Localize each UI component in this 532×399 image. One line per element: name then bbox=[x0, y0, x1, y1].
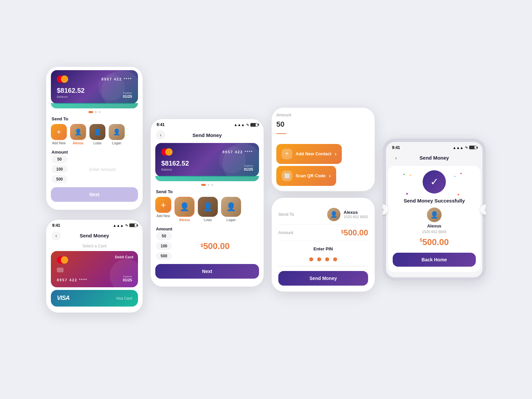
amount-currency-2: $ bbox=[200, 242, 203, 248]
confirm-amount-value: 500.00 bbox=[344, 228, 368, 237]
pin-dot-1 bbox=[309, 257, 313, 261]
back-button-2[interactable]: ‹ bbox=[156, 130, 165, 140]
send-money-button[interactable]: Send Money bbox=[278, 271, 368, 286]
debit-card-type: Debit Card bbox=[115, 255, 133, 259]
pin-line bbox=[278, 266, 368, 266]
next-button[interactable]: Next bbox=[51, 187, 138, 202]
debit-card: Debit Card 8957 422 **** Expires 01/25 bbox=[51, 251, 138, 287]
nav-header-5: ‹ Send Money bbox=[386, 151, 482, 166]
logan-avatar: 👤 bbox=[109, 124, 125, 140]
visa-card: VISA Visa Card bbox=[51, 290, 138, 307]
select-card-label: Select a Card bbox=[46, 244, 143, 251]
amount-section-2: 50 100 500 $500.00 bbox=[151, 231, 264, 261]
visa-card-type: Visa Card bbox=[116, 296, 132, 300]
status-icons-2: ▲▲▲ ∿ bbox=[234, 123, 258, 127]
debit-mc-logo bbox=[57, 256, 69, 264]
contact-alexus-2[interactable]: 👤 Alexus bbox=[175, 197, 195, 222]
signal-icon-2: ▲▲▲ bbox=[234, 123, 245, 127]
pill-50[interactable]: 50 bbox=[52, 155, 67, 163]
wifi-icon-4: ∿ bbox=[125, 223, 128, 227]
amount-label: Amount bbox=[46, 148, 143, 155]
amount-input-area[interactable]: Enter Amount bbox=[67, 166, 137, 172]
success-phone: 1525 652 6655 bbox=[422, 230, 446, 234]
signal-icon-5: ▲▲▲ bbox=[453, 146, 464, 150]
confirm-amount-row: Amount $500.00 bbox=[278, 225, 368, 241]
card-chip bbox=[57, 268, 64, 272]
success-amount-value: 500.00 bbox=[422, 237, 449, 247]
card-balance: $8162.52 bbox=[57, 87, 84, 94]
success-currency: $ bbox=[420, 237, 422, 243]
nav-header-4: ‹ Send Money bbox=[46, 229, 143, 244]
visa-logo: VISA bbox=[57, 295, 69, 302]
add-contact-label: Add New Contact bbox=[296, 151, 332, 156]
pill-100-2[interactable]: 100 bbox=[156, 242, 172, 250]
debit-card-expires: Expires 01/25 bbox=[123, 275, 132, 282]
card-balance-label-2: Balance bbox=[161, 168, 189, 171]
back-button-5[interactable]: ‹ bbox=[391, 153, 401, 163]
contact-logan-2[interactable]: 👤 Logan bbox=[221, 197, 241, 222]
add-new-avatar-2: + bbox=[155, 197, 171, 213]
contact-lutas[interactable]: 👤 Lutas bbox=[89, 124, 105, 145]
confetti-6: ◆ bbox=[458, 193, 459, 196]
send-to-label: Send To bbox=[46, 114, 143, 121]
amount-label-2: Amount bbox=[151, 224, 264, 231]
confirm-recipient: 👤 Alexus 1525 652 6655 bbox=[327, 208, 368, 221]
add-new-avatar: + bbox=[51, 124, 67, 140]
debit-card-number: 8957 422 **** bbox=[57, 278, 87, 282]
nav-title-4: Send Money bbox=[80, 233, 109, 238]
card-dots-2 bbox=[151, 181, 264, 187]
confirm-recipient-info: Alexus 1525 652 6655 bbox=[344, 210, 368, 219]
confirm-send-to-label: Send To bbox=[278, 212, 294, 217]
contacts-row: + Add New 👤 Alexus 👤 Lutas bbox=[46, 121, 143, 148]
amount-display-2[interactable]: $500.00 bbox=[172, 241, 258, 251]
pill-500-2[interactable]: 500 bbox=[156, 252, 172, 260]
back-home-button[interactable]: Back Home bbox=[393, 253, 476, 267]
next-button-2[interactable]: Next bbox=[155, 264, 259, 279]
contacts-row-2: + Add New 👤 Alexus 👤 Lutas bbox=[151, 194, 264, 224]
confirm-amount-display: $500.00 bbox=[341, 228, 368, 237]
confetti-5: ◆ bbox=[406, 192, 408, 195]
phone-3-confirm: Send To 👤 Alexus 1525 652 6655 Amount bbox=[272, 198, 375, 292]
phone-5: ‹ › 9:41 ▲▲▲ ∿ ‹ Send Money ✦ ✦ ✦ bbox=[383, 139, 486, 281]
signal-icon-4: ▲▲▲ bbox=[113, 223, 124, 227]
logan-avatar-2: 👤 bbox=[221, 197, 241, 217]
credit-card-2: 8957 422 **** $8162.52 Balance Expires 0… bbox=[155, 143, 259, 177]
card-number: 8957 422 **** bbox=[101, 77, 132, 81]
confirm-currency: $ bbox=[341, 229, 344, 234]
status-bar-4: 9:41 ▲▲▲ ∿ bbox=[46, 220, 143, 229]
amount-placeholder: Enter Amount bbox=[89, 167, 116, 172]
confetti-2: ✦ bbox=[409, 174, 412, 177]
lutas-avatar: 👤 bbox=[89, 124, 105, 140]
send-to-label-2: Send To bbox=[151, 187, 264, 194]
pin-section: Enter PIN Send Money bbox=[272, 244, 375, 288]
add-contact-arrow: › bbox=[335, 151, 336, 157]
add-new-label-2: Add New bbox=[157, 214, 170, 218]
scan-qr-label: Scan QR Code bbox=[296, 173, 326, 178]
success-name: Alexus bbox=[427, 223, 442, 228]
confirm-amount-label: Amount bbox=[278, 230, 293, 235]
credit-card-1: 8957 422 **** $8162.52 Balance Expires 0… bbox=[51, 70, 138, 104]
card-expires: Expires 01/25 bbox=[123, 91, 132, 98]
pill-100[interactable]: 100 bbox=[52, 165, 67, 173]
wifi-icon-5: ∿ bbox=[465, 145, 468, 150]
confetti-area: ✦ ✦ ✦ ✦ ◆ ◆ ✓ bbox=[393, 171, 476, 198]
scan-qr-btn[interactable]: ⬜ Scan QR Code › bbox=[276, 166, 336, 186]
lutas-name: Lutas bbox=[93, 141, 101, 145]
phone-1: 8957 422 **** $8162.52 Balance Expires 0… bbox=[46, 67, 143, 210]
phone-4: 9:41 ▲▲▲ ∿ ‹ Send Money Select a Card De… bbox=[46, 220, 143, 313]
contact-logan[interactable]: 👤 Logan bbox=[109, 124, 125, 145]
pill-500[interactable]: 500 bbox=[52, 175, 67, 183]
pill-50-2[interactable]: 50 bbox=[156, 232, 172, 240]
contact-add-new-2[interactable]: + Add New bbox=[155, 197, 171, 222]
alexus-name: Alexus bbox=[73, 141, 84, 145]
success-avatar: 👤 bbox=[427, 207, 442, 222]
add-contact-icon: + bbox=[282, 149, 292, 159]
card-balance-2: $8162.52 bbox=[161, 160, 189, 167]
add-contact-btn[interactable]: + Add New Contact › bbox=[276, 144, 342, 164]
contact-add-new[interactable]: + Add New bbox=[51, 124, 67, 145]
back-button-4[interactable]: ‹ bbox=[52, 231, 61, 240]
confirm-send-to-row: Send To 👤 Alexus 1525 652 6655 bbox=[278, 204, 368, 225]
amount-pills-2: 50 100 500 bbox=[156, 232, 172, 260]
contact-lutas-2[interactable]: 👤 Lutas bbox=[198, 197, 218, 222]
contact-alexus[interactable]: 👤 Alexus bbox=[70, 124, 86, 145]
